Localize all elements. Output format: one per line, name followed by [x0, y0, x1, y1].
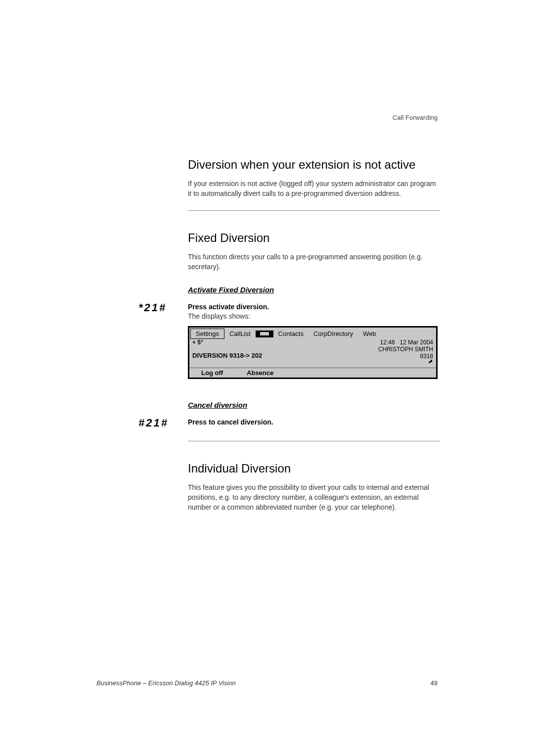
- content-column: Diversion when your extension is not act…: [188, 157, 440, 524]
- section2-body: This function directs your calls to a pr…: [188, 252, 440, 272]
- section3-body: This feature gives you the possibility t…: [188, 483, 440, 512]
- code-activate: *21#: [138, 301, 167, 314]
- cancel-action: Press to cancel diversion.: [188, 418, 440, 426]
- menu-contacts: Contacts: [273, 329, 309, 338]
- footer-text: BusinessPhone – Ericsson Dialog 4425 IP …: [96, 679, 236, 687]
- activate-action: Press activate diversion.: [188, 303, 440, 311]
- section2-title: Fixed Diversion: [188, 231, 440, 245]
- activate-subtext: The displays shows:: [188, 312, 440, 320]
- phone-softkey-row: Log off Absence: [189, 368, 436, 378]
- page: Call Forwarding Diversion when your exte…: [0, 0, 534, 756]
- menu-calllist: CallList: [224, 329, 256, 338]
- divider: [188, 210, 440, 211]
- section1-body: If your extension is not active (logged …: [188, 179, 440, 198]
- phone-date: 12 Mar 2004: [400, 339, 433, 346]
- code-cancel: #21#: [138, 417, 169, 429]
- page-number: 49: [431, 679, 438, 687]
- menu-corpdirectory: CorpDirectory: [309, 329, 358, 338]
- divider: [188, 441, 440, 441]
- menu-separator-icon: [256, 331, 273, 337]
- cancel-diversion-heading: Cancel diversion: [188, 401, 440, 409]
- phone-diversion: DIVERSION 9318-> 202: [192, 352, 378, 359]
- speaker-icon: [422, 358, 432, 364]
- phone-time: 12:46: [380, 339, 395, 346]
- menu-web: Web: [358, 329, 381, 338]
- phone-temp: + 5°: [192, 339, 378, 346]
- softkey-absence: Absence: [235, 369, 285, 377]
- phone-menu: Settings CallList Contacts CorpDirectory…: [189, 328, 436, 339]
- footer: BusinessPhone – Ericsson Dialog 4425 IP …: [96, 679, 438, 687]
- phone-username: CHRISTOPH SMITH: [378, 346, 433, 353]
- header-section-name: Call Forwarding: [393, 114, 438, 121]
- phone-display: Settings CallList Contacts CorpDirectory…: [188, 326, 438, 379]
- menu-settings: Settings: [190, 329, 224, 339]
- softkey-logoff: Log off: [189, 369, 235, 377]
- phone-status-row: + 5° DIVERSION 9318-> 202 12:46 12 Mar 2…: [189, 339, 436, 361]
- activate-fixed-diversion-heading: Activate Fixed Diversion: [188, 285, 440, 294]
- section1-title: Diversion when your extension is not act…: [188, 157, 440, 172]
- section3-title: Individual Diversion: [188, 461, 440, 476]
